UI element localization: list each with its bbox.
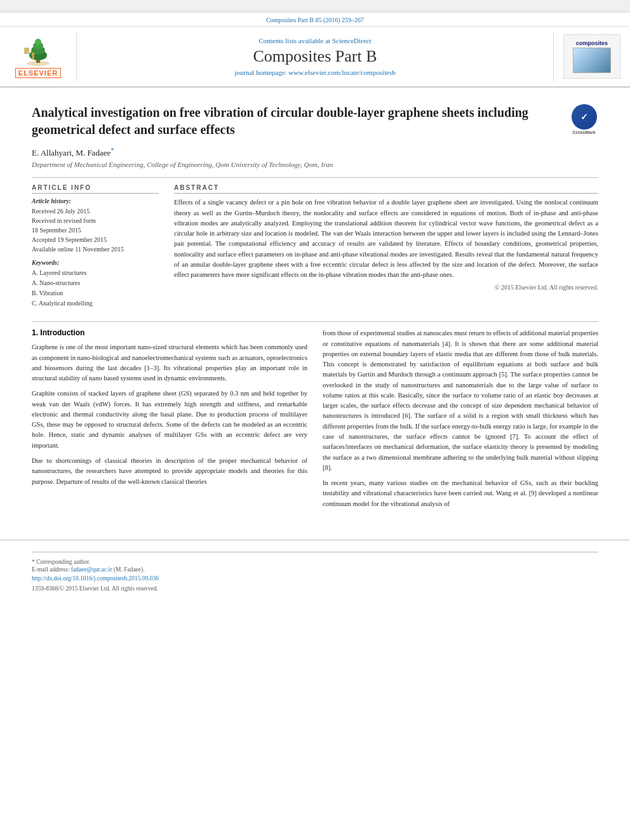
svg-point-6 [32,53,35,56]
copyright-text: © 2015 Elsevier Ltd. All rights reserved… [174,284,598,291]
journal-homepage: journal homepage: www.elsevier.com/locat… [234,69,395,76]
intro-left-col: 1. Introduction Graphene is one of the m… [32,328,307,514]
journal-ref-text: Composites Part B 85 (2016) 259–267 [266,17,364,23]
received-date: Received 26 July 2015 [32,206,159,216]
received-revised-label: Received in revised form [32,216,159,225]
introduction-area: 1. Introduction Graphene is one of the m… [32,321,598,514]
svg-rect-8 [24,48,29,54]
keyword-1: A. Layered structures [32,268,159,278]
divider-1 [32,177,598,178]
elsevier-text: ELSEVIER [15,68,61,78]
introduction-two-col: 1. Introduction Graphene is one of the m… [32,328,598,514]
composites-logo-area: composites [554,32,630,81]
composites-logo: composites [563,34,620,79]
article-title-area: Analytical investigation on free vibrati… [32,104,598,138]
science-direct-ref: Contents lists available at ScienceDirec… [258,37,371,44]
page: Composites Part B 85 (2016) 259–267 [0,13,630,840]
crossmark-icon: ✓ [572,104,597,130]
science-direct-link-text[interactable]: ScienceDirect [332,37,372,44]
crossmark-badge: ✓ CrossMark [570,104,598,133]
email-line: E-mail address: fadaee@qut.ac.ir (M. Fad… [32,565,598,574]
accepted-date: Accepted 19 September 2015 [32,235,159,244]
abstract-header: ABSTRACT [174,184,598,194]
intro-right-col: from those of experimental studies at na… [323,328,598,514]
elsevier-logo-area: ELSEVIER [0,32,76,81]
introduction-title: 1. Introduction [32,328,307,337]
header-area: ELSEVIER Contents lists available at Sci… [0,27,630,88]
footer-divider [32,552,598,552]
intro-right-para-2: In recent years, many various studies on… [323,478,598,509]
elsevier-logo: ELSEVIER [15,35,61,78]
email-author-note: (M. Fadaee). [114,566,145,573]
article-info-header: ARTICLE INFO [32,184,159,194]
journal-name: Composites Part B [253,47,377,66]
article-info-col: ARTICLE INFO Article history: Received 2… [32,184,159,309]
journal-ref-bar: Composites Part B 85 (2016) 259–267 [0,13,630,27]
corresponding-note: * Corresponding author. [32,559,598,565]
abstract-col: ABSTRACT Effects of a single vacancy def… [174,184,598,309]
intro-right-para-1: from those of experimental studies at na… [323,328,598,473]
content-area: Analytical investigation on free vibrati… [0,88,630,527]
intro-para-1: Graphene is one of the most important na… [32,342,307,383]
available-date: Available online 11 November 2015 [32,244,159,254]
composites-logo-image [573,48,611,73]
doi-link[interactable]: http://dx.doi.org/10.1016/j.compositesb.… [32,575,159,582]
keyword-3: B. Vibration [32,288,159,298]
svg-rect-7 [32,55,34,60]
svg-point-5 [35,39,41,45]
header-center: Contents lists available at ScienceDirec… [76,32,554,81]
doi-line: http://dx.doi.org/10.1016/j.compositesb.… [32,574,598,583]
authors: E. Allahyari, M. Fadaee* [32,146,598,158]
issn-line: 1359-8368/© 2015 Elsevier Ltd. All right… [32,585,598,592]
history-label: Article history: [32,197,159,204]
two-col-layout: ARTICLE INFO Article history: Received 2… [32,184,598,309]
affiliation: Department of Mechanical Engineering, Co… [32,161,598,168]
composites-logo-title: composites [576,40,608,46]
email-address[interactable]: fadaee@qut.ac.ir [71,566,112,573]
journal-url[interactable]: www.elsevier.com/locate/compositesb [288,69,396,76]
crossmark-label: CrossMark [572,130,595,135]
article-title-text: Analytical investigation on free vibrati… [32,105,528,137]
footer-area: * Corresponding author. E-mail address: … [0,540,630,599]
abstract-text: Effects of a single vacancy defect or a … [174,197,598,280]
keyword-2: A. Nano-structures [32,278,159,288]
revised-date: 18 September 2015 [32,225,159,235]
keywords-label: Keywords: [32,259,159,266]
intro-para-2: Graphite consists of stacked layers of g… [32,389,307,451]
author-names: E. Allahyari, M. Fadaee* [32,148,114,157]
elsevier-tree-icon [19,35,57,67]
intro-para-3: Due to shortcomings of classical theorie… [32,456,307,487]
keyword-4: C. Analytical modelling [32,298,159,309]
